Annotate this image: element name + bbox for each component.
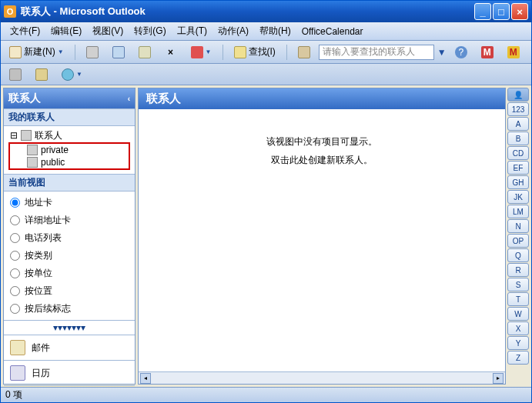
menu-tools[interactable]: 工具(T) xyxy=(172,23,212,39)
tree-root[interactable]: ⊟ 联系人 xyxy=(8,129,130,142)
new-label: 新建(N) xyxy=(24,45,55,58)
index-button[interactable]: W xyxy=(507,307,529,321)
menu-goto[interactable]: 转到(G) xyxy=(129,23,170,39)
radio-icon[interactable] xyxy=(10,198,20,208)
index-button[interactable]: Z xyxy=(507,351,529,365)
menu-officecalendar[interactable]: OfficeCalendar xyxy=(297,25,368,38)
scroll-right-icon[interactable]: ▸ xyxy=(493,373,504,384)
index-button[interactable]: OP xyxy=(507,234,529,248)
index-button[interactable]: B xyxy=(507,132,529,145)
view-option[interactable]: 按类别 xyxy=(10,249,129,262)
send-receive-button[interactable] xyxy=(107,44,130,61)
flag-button[interactable]: ▼ xyxy=(186,44,217,61)
new-button[interactable]: 新建(N) ▼ xyxy=(4,44,69,61)
globe-icon xyxy=(62,68,74,81)
index-button[interactable]: EF xyxy=(507,161,529,175)
index-button[interactable]: GH xyxy=(507,175,529,189)
radio-icon[interactable] xyxy=(10,268,20,278)
envelope-icon xyxy=(112,46,125,58)
statusbar: 0 项 xyxy=(1,387,531,402)
menu-view[interactable]: 视图(V) xyxy=(88,23,128,39)
nav-calendar-button[interactable]: 日历 xyxy=(4,360,135,385)
search-label: 查找(I) xyxy=(249,45,276,58)
radio-icon[interactable] xyxy=(10,215,20,225)
titlebar[interactable]: O 联系人 - Microsoft Outlook _ □ × xyxy=(1,1,531,22)
index-button[interactable]: Q xyxy=(507,248,529,262)
view-option[interactable]: 电话列表 xyxy=(10,231,129,245)
copy-button[interactable] xyxy=(133,44,156,61)
radio-icon[interactable] xyxy=(10,251,20,261)
addon-m-button[interactable]: M xyxy=(476,44,499,61)
m2-icon: M xyxy=(507,46,520,58)
menubar: 文件(F) 编辑(E) 视图(V) 转到(G) 工具(T) 动作(A) 帮助(H… xyxy=(1,22,531,41)
content-body[interactable]: 该视图中没有项目可显示。 双击此处创建新联系人。 xyxy=(139,109,505,371)
index-button[interactable]: 123 xyxy=(507,102,529,116)
folder-icon xyxy=(27,157,38,168)
tree-node-public[interactable]: public xyxy=(25,156,127,168)
radio-icon[interactable] xyxy=(10,233,20,243)
contacts-folder-icon xyxy=(21,130,32,141)
nav-divider[interactable]: ▾▾▾▾▾▾▾ xyxy=(4,320,135,335)
search-input[interactable]: 请输入要查找的联系人 xyxy=(319,45,434,60)
hscrollbar[interactable]: ◂ ▸ xyxy=(139,371,505,384)
index-button[interactable]: T xyxy=(507,292,529,306)
radio-icon[interactable] xyxy=(10,286,20,296)
find-button[interactable]: 查找(I) xyxy=(229,44,281,61)
scroll-left-icon[interactable]: ◂ xyxy=(140,373,151,384)
nav-header: 联系人 ‹ xyxy=(4,88,135,108)
maximize-button[interactable]: □ xyxy=(493,3,510,20)
tree-node-private[interactable]: private xyxy=(25,144,127,156)
index-button[interactable]: LM xyxy=(507,205,529,218)
alpha-index-bar: 👤 123ABCDEFGHJKLMNOPQRSTWXYZ xyxy=(507,88,529,385)
my-contacts-header[interactable]: 我的联系人 xyxy=(4,108,135,126)
view-option[interactable]: 地址卡 xyxy=(10,196,129,209)
minimize-button[interactable]: _ xyxy=(474,3,491,20)
index-button[interactable]: JK xyxy=(507,190,529,204)
delete-button[interactable]: × xyxy=(159,44,182,61)
nav-bottom: 邮件 日历 联系人 » xyxy=(4,335,135,387)
print-button[interactable] xyxy=(81,44,104,61)
help-button[interactable]: ? xyxy=(450,44,473,61)
separator xyxy=(223,45,223,60)
print-icon xyxy=(86,46,99,58)
index-header-icon[interactable]: 👤 xyxy=(507,88,529,102)
wrench-icon xyxy=(9,68,22,81)
menu-edit[interactable]: 编辑(E) xyxy=(46,23,86,39)
view-option[interactable]: 详细地址卡 xyxy=(10,214,129,227)
nav-mail-button[interactable]: 邮件 xyxy=(4,335,135,360)
current-view-header[interactable]: 当前视图 xyxy=(4,174,135,192)
tool-b[interactable] xyxy=(30,66,53,83)
collapse-icon[interactable]: ‹ xyxy=(128,95,130,103)
tool-c[interactable]: ▼ xyxy=(56,66,88,83)
outlook-window: O 联系人 - Microsoft Outlook _ □ × 文件(F) 编辑… xyxy=(0,0,532,403)
separator xyxy=(75,45,75,60)
index-button[interactable]: N xyxy=(507,219,529,233)
toolbar-main: 新建(N) ▼ × ▼ 查找(I) 请输入要查找的联系人 ▼ ? M M xyxy=(1,41,531,64)
index-button[interactable]: A xyxy=(507,117,529,131)
index-button[interactable]: Y xyxy=(507,336,529,350)
chevron-down-icon: ▼ xyxy=(58,48,64,55)
addon-m2-button[interactable]: M xyxy=(502,44,525,61)
flag-icon xyxy=(191,46,203,58)
radio-icon[interactable] xyxy=(10,304,20,314)
index-button[interactable]: S xyxy=(507,278,529,291)
view-option[interactable]: 按位置 xyxy=(10,285,129,298)
menu-help[interactable]: 帮助(H) xyxy=(255,23,296,39)
view-option[interactable]: 按后续标志 xyxy=(10,302,129,315)
search-dropdown[interactable]: ▼ xyxy=(437,47,447,58)
index-button[interactable]: CD xyxy=(507,146,529,160)
menu-actions[interactable]: 动作(A) xyxy=(213,23,253,39)
empty-line-2: 双击此处创建新联系人。 xyxy=(154,151,490,169)
close-button[interactable]: × xyxy=(511,3,528,20)
tool-a[interactable] xyxy=(4,66,27,83)
window-title: 联系人 - Microsoft Outlook xyxy=(21,5,474,18)
view-option[interactable]: 按单位 xyxy=(10,267,129,280)
annotation-highlight: private public xyxy=(8,142,130,170)
index-button[interactable]: X xyxy=(507,321,529,335)
help-icon: ? xyxy=(455,46,467,58)
address-book-button[interactable] xyxy=(293,44,316,61)
empty-line-1: 该视图中没有项目可显示。 xyxy=(154,132,490,151)
search-icon xyxy=(234,46,246,58)
menu-file[interactable]: 文件(F) xyxy=(5,23,45,39)
index-button[interactable]: R xyxy=(507,263,529,277)
